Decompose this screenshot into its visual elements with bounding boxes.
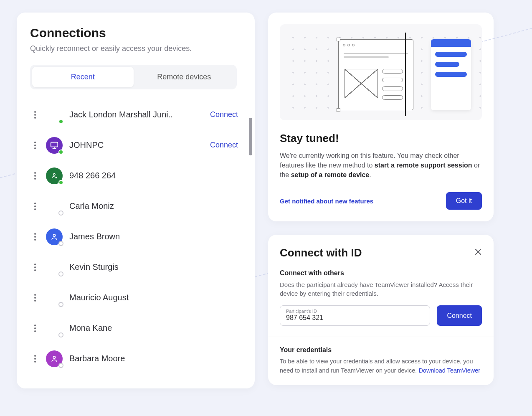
more-icon[interactable] (30, 262, 40, 272)
avatar (46, 228, 63, 245)
connections-title: Connections (30, 26, 246, 40)
avatar (46, 137, 63, 154)
connect-link[interactable]: Connect (210, 110, 238, 119)
more-icon[interactable] (30, 354, 40, 364)
more-icon[interactable] (30, 171, 40, 181)
promo-illustration (280, 24, 482, 120)
more-icon[interactable] (30, 201, 40, 211)
mock-preview-graphic (431, 39, 471, 110)
contact-name: Barbara Moore (69, 354, 241, 363)
status-indicator (58, 241, 63, 246)
your-credentials-text: To be able to view your credentials and … (280, 357, 482, 375)
promo-body: We're currently working on this feature.… (280, 151, 482, 180)
avatar (46, 107, 63, 123)
list-item[interactable]: JOHNPCConnect (30, 130, 241, 160)
more-icon[interactable] (30, 323, 40, 333)
list-item[interactable]: Barbara Moore (30, 343, 241, 374)
status-indicator (58, 302, 63, 307)
tab-remote-devices[interactable]: Remote devices (134, 67, 235, 87)
connections-tabs: Recent Remote devices (30, 65, 237, 89)
connect-button[interactable]: Connect (437, 305, 482, 326)
promo-title: Stay tuned! (280, 132, 482, 145)
connections-subtitle: Quickly reconnect or easily access your … (30, 44, 246, 53)
tab-recent[interactable]: Recent (32, 67, 134, 87)
participant-id-label: Participant's ID (286, 309, 424, 314)
avatar (46, 320, 63, 337)
status-indicator (58, 271, 63, 276)
status-indicator (58, 119, 63, 124)
scrollbar-thumb[interactable] (249, 118, 252, 155)
status-indicator (58, 150, 63, 155)
list-item[interactable]: Carla Moniz (30, 191, 241, 221)
list-item[interactable]: 948 266 264 (30, 160, 241, 191)
contact-name: 948 266 264 (69, 171, 241, 180)
list-item[interactable]: James Brown (30, 221, 241, 252)
connections-panel: Connections Quickly reconnect or easily … (17, 13, 255, 388)
status-indicator (58, 180, 63, 185)
svg-point-2 (53, 234, 55, 236)
wireframe-graphic (338, 39, 413, 110)
participant-id-input[interactable]: Participant's ID 987 654 321 (280, 305, 430, 326)
connect-link[interactable]: Connect (210, 141, 238, 150)
contact-name: Mauricio August (69, 293, 241, 302)
list-item[interactable]: Jack London Marshall Juni..Connect (30, 99, 241, 130)
connect-others-heading: Connect with others (280, 269, 482, 277)
list-item[interactable]: Mauricio August (30, 282, 241, 313)
connect-with-id-card: Connect with ID Connect with others Does… (268, 235, 494, 385)
contact-name: Carla Moniz (69, 201, 241, 211)
status-indicator (58, 332, 63, 337)
avatar (46, 350, 63, 367)
download-teamviewer-link[interactable]: Download TeamViewer (418, 367, 480, 374)
more-icon[interactable] (30, 140, 40, 150)
avatar (46, 167, 63, 184)
more-icon[interactable] (30, 110, 40, 120)
your-credentials-heading: Your credentials (280, 346, 482, 354)
got-it-button[interactable]: Got it (446, 192, 482, 210)
connections-list[interactable]: Jack London Marshall Juni..ConnectJOHNPC… (30, 99, 246, 388)
svg-rect-0 (51, 142, 58, 147)
list-item[interactable]: Mona Kane (30, 313, 241, 343)
connect-others-text: Does the participant already have TeamVi… (280, 280, 482, 298)
contact-name: Kevin Sturgis (69, 262, 241, 272)
connect-id-title: Connect with ID (280, 246, 482, 259)
avatar (46, 259, 63, 276)
avatar (46, 198, 63, 215)
more-icon[interactable] (30, 293, 40, 303)
avatar (46, 289, 63, 306)
stay-tuned-card: Stay tuned! We're currently working on t… (268, 13, 494, 221)
status-indicator (58, 363, 63, 368)
more-icon[interactable] (30, 232, 40, 242)
list-item[interactable]: Kevin Sturgis (30, 252, 241, 282)
divider (268, 337, 494, 337)
participant-id-value: 987 654 321 (286, 314, 424, 322)
contact-name: JOHNPC (69, 140, 210, 150)
notify-link[interactable]: Get notified about new features (280, 198, 373, 205)
status-indicator (58, 211, 63, 216)
contact-name: Mona Kane (69, 323, 241, 333)
contact-name: James Brown (69, 232, 241, 241)
close-icon[interactable] (474, 248, 482, 257)
svg-point-3 (53, 356, 55, 358)
contact-name: Jack London Marshall Juni.. (69, 110, 210, 119)
svg-point-1 (53, 173, 55, 175)
